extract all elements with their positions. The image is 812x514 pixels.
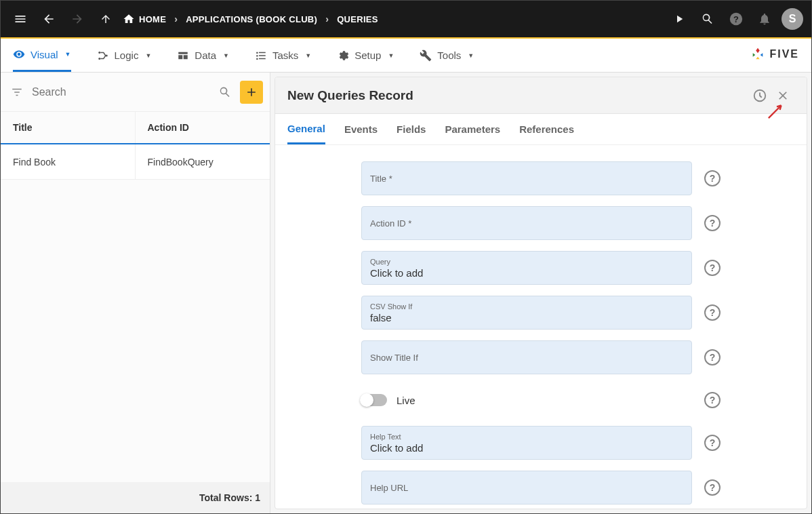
field-help-icon[interactable]: ? (704, 479, 720, 496)
table-row[interactable]: Find Book FindBookQuery (1, 144, 270, 180)
forward-icon (66, 7, 89, 31)
field-help-icon[interactable]: ? (704, 392, 720, 408)
total-rows-label: Total Rows: 1 (199, 492, 260, 503)
field-label: Help URL (370, 483, 683, 493)
navtab-tasks[interactable]: Tasks▼ (255, 39, 311, 72)
breadcrumb-item-applications[interactable]: APPLICATIONS (BOOK CLUB) (186, 14, 317, 24)
field-help-icon[interactable]: ? (704, 304, 720, 321)
bell-icon[interactable] (753, 7, 776, 31)
back-icon[interactable] (37, 7, 60, 31)
avatar[interactable]: S (781, 8, 803, 30)
left-panel: Title Action ID Find Book FindBookQuery … (1, 73, 270, 513)
navtab-label: Visual (31, 49, 58, 60)
tasks-icon (255, 50, 267, 62)
chevron-right-icon: › (325, 14, 329, 24)
search-icon[interactable] (216, 83, 235, 102)
column-action-id[interactable]: Action ID (136, 112, 270, 143)
eye-icon (13, 48, 25, 60)
page-title: New Queries Record (287, 88, 413, 103)
csv-show-if-field[interactable]: CSV Show If false (361, 296, 692, 330)
run-icon[interactable] (668, 7, 691, 31)
logic-icon (97, 50, 109, 62)
up-icon[interactable] (94, 7, 117, 31)
navtab-setup[interactable]: Setup▼ (337, 39, 394, 72)
field-value: false (370, 312, 683, 323)
field-value: Click to add (370, 267, 683, 279)
action-id-field[interactable]: Action ID * (361, 206, 692, 240)
brand-logo: FIVE (750, 47, 799, 62)
navtab-logic[interactable]: Logic▼ (97, 39, 152, 72)
svg-point-3 (98, 58, 100, 60)
breadcrumb: HOME › APPLICATIONS (BOOK CLUB) › QUERIE… (123, 13, 378, 25)
row-title: Find Book (1, 144, 136, 179)
query-field[interactable]: Query Click to add (361, 251, 692, 285)
live-toggle[interactable] (361, 394, 387, 406)
field-help-icon[interactable]: ? (704, 215, 720, 231)
avatar-initial: S (789, 13, 796, 25)
gear-icon (337, 50, 349, 62)
breadcrumb-home-label: HOME (139, 14, 166, 24)
history-icon[interactable] (748, 84, 771, 107)
navtab-label: Data (195, 50, 216, 61)
tools-icon (420, 50, 432, 62)
navtab-label: Setup (354, 50, 381, 61)
svg-point-2 (98, 52, 100, 54)
chevron-down-icon: ▼ (65, 51, 71, 58)
field-label: Title * (370, 174, 683, 184)
form-scroll[interactable]: Title * ? Action ID * ? Query Click to a… (275, 145, 807, 509)
table-icon (177, 50, 189, 62)
subtab-references[interactable]: References (519, 114, 574, 144)
help-icon[interactable]: ? (725, 7, 748, 31)
chevron-down-icon: ▼ (388, 52, 394, 59)
menu-icon[interactable] (9, 7, 32, 31)
navtab-label: Tasks (272, 50, 298, 61)
column-title[interactable]: Title (1, 112, 136, 143)
subtab-events[interactable]: Events (344, 114, 378, 144)
filter-icon[interactable] (7, 83, 26, 102)
field-help-icon[interactable]: ? (704, 435, 720, 451)
subtab-parameters[interactable]: Parameters (445, 114, 500, 144)
left-footer: Total Rows: 1 (1, 482, 270, 513)
navtab-label: Tools (437, 50, 461, 61)
search-topbar-icon[interactable] (696, 7, 719, 31)
svg-text:?: ? (733, 14, 739, 24)
navtab-tools[interactable]: Tools▼ (420, 39, 474, 72)
row-action-id: FindBookQuery (136, 144, 270, 179)
right-panel: New Queries Record General Events Fields… (275, 77, 807, 509)
subtab-fields[interactable]: Fields (397, 114, 426, 144)
table-header: Title Action ID (1, 112, 270, 144)
help-text-field[interactable]: Help Text Click to add (361, 426, 692, 460)
plus-icon (245, 85, 258, 99)
logo-icon (750, 47, 765, 62)
navtab-label: Logic (115, 50, 139, 61)
live-label: Live (397, 395, 695, 406)
field-help-icon[interactable]: ? (704, 170, 720, 186)
help-url-field[interactable]: Help URL (361, 471, 692, 505)
navtab-data[interactable]: Data▼ (177, 39, 229, 72)
logo-text: FIVE (769, 48, 799, 60)
navtabs: Visual▼ Logic▼ Data▼ Tasks▼ Setup▼ Tools… (1, 39, 811, 73)
show-title-if-field[interactable]: Show Title If (361, 340, 692, 374)
add-button[interactable] (240, 81, 263, 104)
breadcrumb-home[interactable]: HOME (123, 13, 166, 25)
navtab-visual[interactable]: Visual▼ (13, 39, 71, 72)
chevron-down-icon: ▼ (223, 52, 229, 59)
close-icon[interactable] (771, 84, 794, 107)
title-field[interactable]: Title * (361, 161, 692, 195)
search-input[interactable] (32, 86, 210, 98)
field-label: Query (370, 258, 683, 266)
chevron-right-icon: › (174, 14, 178, 24)
field-help-icon[interactable]: ? (704, 260, 720, 276)
right-header: New Queries Record (275, 77, 807, 114)
home-icon (123, 13, 135, 25)
search-row (1, 73, 270, 112)
chevron-down-icon: ▼ (145, 52, 151, 59)
subtab-general[interactable]: General (287, 114, 325, 144)
field-help-icon[interactable]: ? (704, 349, 720, 365)
chevron-down-icon: ▼ (468, 52, 474, 59)
breadcrumb-item-queries[interactable]: QUERIES (337, 14, 378, 24)
field-label: Show Title If (370, 353, 683, 363)
field-label: CSV Show If (370, 302, 683, 311)
subtabs: General Events Fields Parameters Referen… (275, 114, 807, 145)
topbar: HOME › APPLICATIONS (BOOK CLUB) › QUERIE… (1, 1, 811, 39)
